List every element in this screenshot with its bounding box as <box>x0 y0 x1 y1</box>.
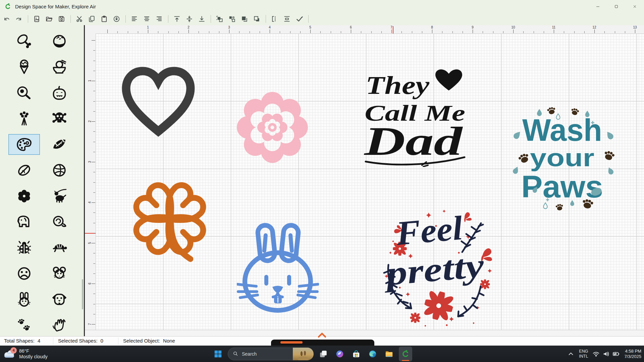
sidebar-item-turtle[interactable] <box>44 237 75 258</box>
language-indicator[interactable]: ENG INTL <box>579 349 588 359</box>
sidebar-scrollbar[interactable] <box>82 279 83 309</box>
close-button[interactable] <box>626 0 644 13</box>
clock[interactable]: 4:58 PM 7/3/2025 <box>624 349 641 359</box>
design-pink-flower[interactable] <box>233 91 312 166</box>
ungroup-button[interactable] <box>227 14 237 24</box>
align-center-button[interactable] <box>142 14 152 24</box>
sidebar-item-waving-hand[interactable] <box>44 315 75 336</box>
sidebar-item-ladybug[interactable] <box>8 237 40 258</box>
taskbar-app-start[interactable] <box>211 347 225 361</box>
sidebar-item-sad-face[interactable] <box>8 263 40 284</box>
ruler-tick <box>280 31 280 33</box>
search-input[interactable]: Search <box>228 348 314 360</box>
ruler-number: 13 <box>633 25 637 29</box>
align-middle-button[interactable] <box>185 14 194 24</box>
sidebar-item-paw-prints[interactable] <box>8 315 40 336</box>
taskbar-app-cricut[interactable] <box>399 347 412 361</box>
sidebar-item-ice-cream-cone[interactable] <box>8 57 40 77</box>
distribute-vertical-button[interactable] <box>282 14 292 24</box>
ruler-number: 6 <box>88 283 92 285</box>
maximize-button[interactable] <box>607 0 626 13</box>
bring-forward-button[interactable] <box>240 14 249 24</box>
sidebar-item-mouse[interactable] <box>44 263 75 284</box>
design-bunny-face[interactable] <box>237 221 319 314</box>
mouse-icon <box>51 265 68 282</box>
ruler-tick <box>361 31 361 33</box>
sidebar-item-skull-crossbones[interactable] <box>44 108 75 129</box>
design-wash-your-paws[interactable]: Wash your Paws <box>508 103 616 212</box>
align-top-button[interactable] <box>172 14 182 24</box>
flip-horizontal-button[interactable] <box>270 14 279 24</box>
hidden-panel-peek[interactable] <box>271 340 374 346</box>
ruler-tick <box>92 284 95 284</box>
ruler-tick <box>341 31 341 33</box>
ruler-number: 11 <box>552 25 555 29</box>
align-left-button[interactable] <box>130 14 139 24</box>
sidebar-grid <box>0 25 84 336</box>
sidebar-item-flower-bouquet[interactable] <box>8 108 40 129</box>
open-folder-button[interactable] <box>45 14 54 24</box>
ruler-number: 6 <box>350 25 352 29</box>
send-backward-button[interactable] <box>252 14 262 24</box>
task-view-icon <box>319 350 328 358</box>
weld-button[interactable] <box>295 14 304 24</box>
align-bottom-button[interactable] <box>197 14 207 24</box>
design-clover-outline[interactable] <box>125 174 215 275</box>
taskbar-app-task-view[interactable] <box>317 347 330 361</box>
ruler-tick <box>615 31 615 33</box>
sidebar-item-football[interactable] <box>44 134 75 155</box>
taskbar-app-edge[interactable] <box>366 347 379 361</box>
copy-button[interactable] <box>87 14 97 24</box>
sidebar-item-dog-leash[interactable] <box>44 186 75 206</box>
search-daily-image[interactable] <box>293 348 314 360</box>
taskbar-app-copilot[interactable] <box>333 347 346 361</box>
sidebar-item-ball-pin[interactable] <box>8 160 40 181</box>
sidebar-item-chicken-drumstick[interactable] <box>8 31 40 52</box>
sidebar-item-bunny[interactable] <box>8 289 40 310</box>
rotate-lock-button[interactable] <box>112 14 121 24</box>
design-they-call-me-dad[interactable]: They Call Me Dad <box>362 67 468 167</box>
ruler-tick <box>625 31 625 33</box>
sidebar-item-elephant[interactable] <box>8 212 40 232</box>
paste-button[interactable] <box>100 14 109 24</box>
undo-button[interactable] <box>2 14 11 24</box>
minimize-button[interactable] <box>589 0 607 13</box>
taskbar-app-store[interactable] <box>350 347 363 361</box>
save-button[interactable] <box>57 14 66 24</box>
ruler-tick <box>93 213 95 213</box>
sidebar-item-noodle-bowl[interactable] <box>44 57 75 77</box>
align-bottom-icon <box>198 15 206 23</box>
taskbar-app-file-explorer[interactable] <box>382 347 396 361</box>
frying-pan-icon <box>16 84 33 101</box>
align-right-button[interactable] <box>155 14 164 24</box>
sidebar-item-pug-dog[interactable] <box>44 289 75 310</box>
hidden-icons-chevron-icon[interactable] <box>567 350 575 358</box>
ruler-tick <box>92 324 95 324</box>
sidebar-item-sushi-roll[interactable] <box>44 31 75 52</box>
sidebar-item-volleyball[interactable] <box>44 160 75 181</box>
sidebar-item-flower[interactable] <box>8 186 40 206</box>
ruler-tick <box>93 253 95 253</box>
ruler-tick <box>250 31 250 33</box>
design-feel-pretty[interactable]: Feel pretty <box>378 205 494 328</box>
ruler-tick <box>92 40 95 41</box>
sidebar-item-pumpkin[interactable] <box>44 82 75 103</box>
group-button[interactable] <box>215 14 224 24</box>
new-file-button[interactable] <box>32 14 42 24</box>
ruler-tick <box>574 31 575 33</box>
group-icon <box>216 15 223 23</box>
sidebar-item-paint-palette[interactable] <box>8 134 40 155</box>
sidebar-item-seashell[interactable] <box>44 212 75 232</box>
ruler-number: 10 <box>511 25 515 29</box>
sidebar-item-frying-pan[interactable] <box>8 82 40 103</box>
expand-panel-chevron-icon[interactable] <box>317 332 327 338</box>
paste-icon <box>100 15 108 23</box>
redo-button[interactable] <box>14 14 24 24</box>
weather-widget[interactable]: 4 86°F Mostly cloudy <box>3 346 48 362</box>
flower-bouquet-icon <box>16 110 33 127</box>
cut-button[interactable] <box>75 14 84 24</box>
design-heart-outline[interactable] <box>118 63 199 137</box>
weather-temperature: 86°F <box>19 348 48 354</box>
tray-status-icons[interactable] <box>592 350 620 358</box>
selected-object-label: Selected Object: <box>123 338 160 344</box>
